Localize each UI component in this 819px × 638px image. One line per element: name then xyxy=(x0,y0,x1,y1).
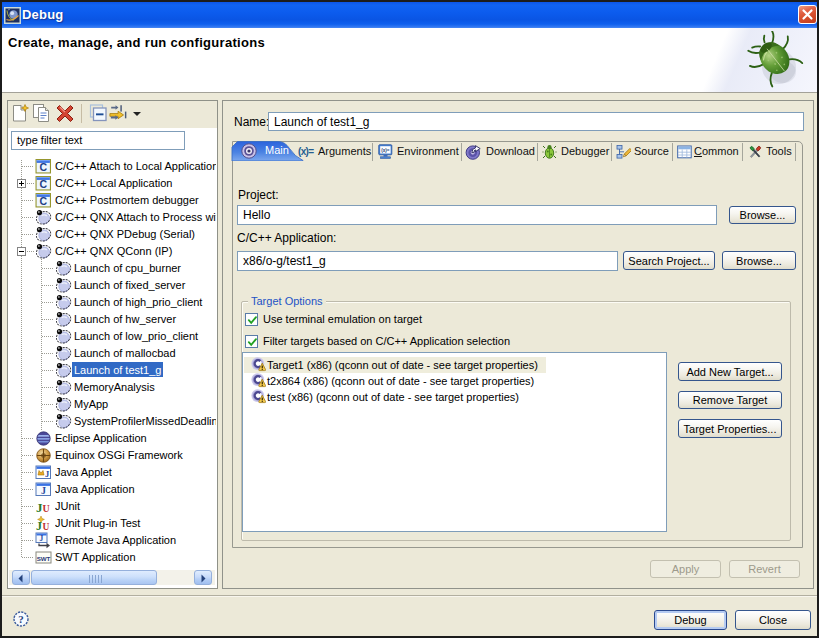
svg-text:(x)=: (x)= xyxy=(298,146,314,157)
